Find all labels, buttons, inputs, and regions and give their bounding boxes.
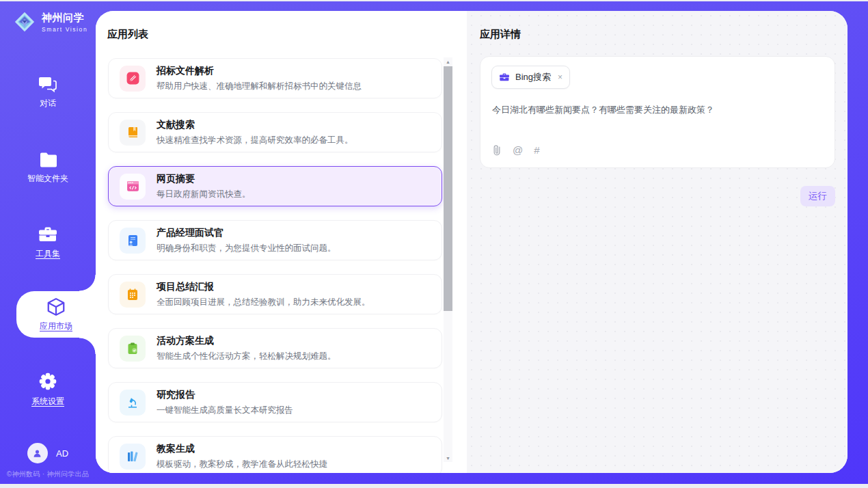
summary-icon: [120, 282, 146, 308]
app-title: 文献搜索: [157, 119, 353, 131]
diamond-logo-icon: [12, 10, 37, 34]
app-card-project-summary[interactable]: 项目总结汇报 全面回顾项目进展，总结经验教训，助力未来优化发展。: [108, 274, 442, 314]
document-edit-icon: [120, 66, 146, 92]
toolbox-icon: [38, 226, 58, 243]
prompt-card: Bing搜索 × 今日湖北有哪些新闻要点？有哪些需要关注的最新政策？ @ #: [480, 56, 835, 168]
interviewer-icon: [120, 228, 146, 254]
app-card-lesson-plan[interactable]: 教案生成 模板驱动，教案秒成，教学准备从此轻松快捷: [108, 436, 442, 473]
app-card-research-report[interactable]: 研究报告 一键智能生成高质量长文本研究报告: [108, 382, 442, 422]
app-desc: 一键智能生成高质量长文本研究报告: [157, 405, 293, 416]
app-title: 招标文件解析: [157, 65, 362, 77]
app-desc: 帮助用户快速、准确地理解和解析招标书中的关键信息: [157, 81, 362, 92]
sidebar-item-label: 智能文件夹: [27, 173, 68, 185]
app-title: 教案生成: [157, 443, 327, 455]
app-desc: 模板驱动，教案秒成，教学准备从此轻松快捷: [157, 459, 327, 470]
app-desc: 全面回顾项目进展，总结经验教训，助力未来优化发展。: [157, 297, 370, 308]
hashtag-icon[interactable]: #: [534, 144, 539, 156]
sidebar-item-label: 系统设置: [31, 396, 64, 407]
active-tab-notch-top: [79, 275, 96, 291]
sidebar: 神州问学 Smart Vision 对话 智能文件夹 工具集: [0, 1, 96, 484]
copyright-footer: ©神州数码 · 神州问学出品: [0, 470, 96, 479]
app-title: 产品经理面试官: [157, 227, 336, 239]
app-card-web-summary-selected[interactable]: 网页摘要 每日政府新闻资讯快查。: [108, 166, 442, 206]
app-title: 研究报告: [157, 389, 293, 401]
paperclip-icon[interactable]: [492, 144, 502, 156]
run-button[interactable]: 运行: [800, 186, 835, 206]
app-detail-panel: 应用详情 Bing搜索 × 今日湖北有哪些新闻要点？有哪些需要关注的最新政策？: [467, 11, 847, 473]
user-name: AD: [56, 448, 68, 459]
sidebar-item-chat[interactable]: 对话: [0, 75, 96, 109]
sidebar-item-label: 对话: [40, 98, 56, 109]
app-list-panel: 应用列表 招标文件解析 帮助用户快速、准确地理解和解析招标书中的关键信息: [96, 11, 467, 473]
app-title: 活动方案生成: [157, 335, 336, 347]
app-desc: 明确身份和职责，为您提供专业性的面试问题。: [157, 243, 336, 254]
tool-tag-bing-search[interactable]: Bing搜索 ×: [491, 66, 570, 89]
app-list-title: 应用列表: [107, 28, 148, 41]
person-icon: [31, 448, 43, 459]
gear-icon: [38, 372, 57, 391]
app-desc: 智能生成个性化活动方案，轻松解决规划难题。: [157, 351, 336, 362]
prompt-input[interactable]: 今日湖北有哪些新闻要点？有哪些需要关注的最新政策？: [492, 103, 823, 117]
tag-close-icon[interactable]: ×: [558, 72, 562, 82]
app-frame: 神州问学 Smart Vision 对话 智能文件夹 工具集: [0, 1, 868, 484]
avatar: [27, 443, 48, 463]
webpage-icon: [120, 174, 146, 200]
app-detail-title: 应用详情: [480, 28, 521, 41]
app-card-event-plan[interactable]: 活动方案生成 智能生成个性化活动方案，轻松解决规划难题。: [108, 328, 442, 368]
main-content: 应用列表 招标文件解析 帮助用户快速、准确地理解和解析招标书中的关键信息: [96, 11, 847, 473]
user-account[interactable]: AD: [0, 443, 96, 463]
scrollbar-up-arrow[interactable]: ▲: [444, 57, 452, 66]
tool-tag-label: Bing搜索: [515, 71, 551, 83]
app-title: 网页摘要: [157, 173, 251, 185]
chat-icon: [38, 75, 57, 93]
app-desc: 每日政府新闻资讯快查。: [157, 189, 251, 200]
sidebar-item-settings[interactable]: 系统设置: [0, 372, 96, 407]
scrollbar-down-arrow[interactable]: ▼: [444, 454, 452, 462]
folder-icon: [38, 152, 57, 168]
app-desc: 快速精准查找学术资源，提高研究效率的必备工具。: [157, 135, 353, 146]
cube-icon: [46, 297, 66, 317]
app-card-literature-search[interactable]: 文献搜索 快速精准查找学术资源，提高研究效率的必备工具。: [108, 112, 442, 152]
app-title: 项目总结汇报: [157, 281, 370, 293]
briefcase-icon: [499, 72, 510, 82]
brand-logo: 神州问学 Smart Vision: [12, 10, 87, 34]
active-tab-notch-bottom: [79, 338, 96, 354]
app-list: 招标文件解析 帮助用户快速、准确地理解和解析招标书中的关键信息 文献搜索: [108, 58, 442, 473]
app-card-pm-interviewer[interactable]: 产品经理面试官 明确身份和职责，为您提供专业性的面试问题。: [108, 220, 442, 260]
sidebar-item-app-market[interactable]: 应用市场: [16, 291, 96, 338]
attachment-toolbar: @ #: [492, 144, 540, 156]
sidebar-item-label: 工具集: [36, 248, 60, 260]
mention-icon[interactable]: @: [513, 144, 523, 156]
list-scrollbar[interactable]: ▲ ▼: [444, 57, 452, 462]
app-card-bid-parsing[interactable]: 招标文件解析 帮助用户快速、准确地理解和解析招标书中的关键信息: [108, 58, 442, 98]
books-icon: [120, 444, 146, 470]
plan-check-icon: [120, 336, 146, 362]
brand-tagline: Smart Vision: [42, 26, 87, 33]
sidebar-item-smart-folder[interactable]: 智能文件夹: [0, 152, 96, 185]
sidebar-item-label: 应用市场: [40, 321, 72, 332]
brand-name: 神州问学: [42, 12, 87, 25]
microscope-icon: [120, 390, 146, 416]
book-icon: [120, 120, 146, 146]
scrollbar-thumb[interactable]: [444, 66, 452, 311]
sidebar-item-toolset[interactable]: 工具集: [0, 226, 96, 260]
